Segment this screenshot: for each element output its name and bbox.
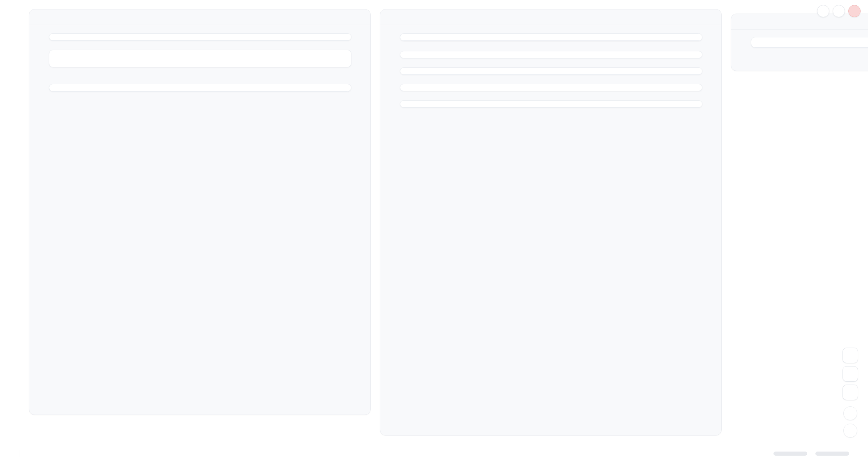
window-controls: [817, 5, 861, 17]
run-button[interactable]: [843, 424, 857, 438]
column-left-button[interactable]: [387, 12, 397, 23]
column-right-button[interactable]: [52, 12, 63, 23]
code-cell-vstack[interactable]: [49, 50, 351, 67]
xy-plot-dropdowns-code[interactable]: [400, 68, 702, 74]
code-cell-plot[interactable]: [400, 33, 702, 41]
selected-dataset-code[interactable]: [400, 84, 702, 91]
dataframe-code[interactable]: [49, 84, 351, 91]
column-left-button[interactable]: [738, 16, 748, 27]
imports-code[interactable]: [49, 34, 351, 40]
add-cell-button[interactable]: [708, 12, 719, 23]
command-palette-button[interactable]: [843, 385, 858, 400]
dataset-dropdown-code[interactable]: [400, 51, 702, 58]
plot-code[interactable]: [400, 34, 702, 40]
left-column-panel: [29, 9, 371, 415]
ram-meter: [773, 452, 807, 456]
add-cell-button[interactable]: [357, 12, 368, 23]
gear-icon[interactable]: [833, 5, 845, 17]
code-cell-dataset-dropdown[interactable]: [400, 51, 702, 58]
middle-column-body: [380, 25, 721, 435]
status-bar: [0, 446, 868, 461]
vstack-output: [49, 57, 351, 67]
dataframe-table-output: [49, 91, 351, 91]
action-button-stack: [843, 348, 858, 438]
column-left-button[interactable]: [36, 12, 46, 23]
divider: [19, 450, 19, 457]
layout-button[interactable]: [843, 366, 858, 382]
status-bar-right: [769, 452, 861, 456]
plot-type-code[interactable]: [400, 101, 702, 107]
code-cell-xy-plot-dropdowns[interactable]: [400, 67, 702, 75]
column-right-button[interactable]: [403, 12, 414, 23]
column-right-button[interactable]: [754, 16, 765, 27]
right-column-panel: [731, 14, 868, 71]
status-bar-left: [7, 450, 24, 457]
close-icon[interactable]: [848, 5, 861, 17]
middle-column-panel: [380, 9, 722, 436]
chart-output: [400, 40, 702, 41]
code-cell-imports[interactable]: [49, 33, 351, 41]
code-cell-plot-type[interactable]: [400, 100, 702, 108]
code-cell-dataframe[interactable]: [49, 84, 351, 92]
code-cell-selected-dataset[interactable]: [400, 84, 702, 91]
vstack-code[interactable]: [49, 50, 351, 57]
sidebar: [0, 0, 23, 445]
left-column-body: [29, 25, 370, 415]
stop-button[interactable]: [843, 406, 857, 420]
left-column-header: [29, 9, 370, 25]
save-button[interactable]: [843, 348, 858, 363]
middle-column-header: [380, 9, 721, 25]
menu-icon[interactable]: [817, 5, 829, 17]
empty-code-cell[interactable]: [751, 37, 868, 48]
cpu-meter: [815, 452, 849, 456]
